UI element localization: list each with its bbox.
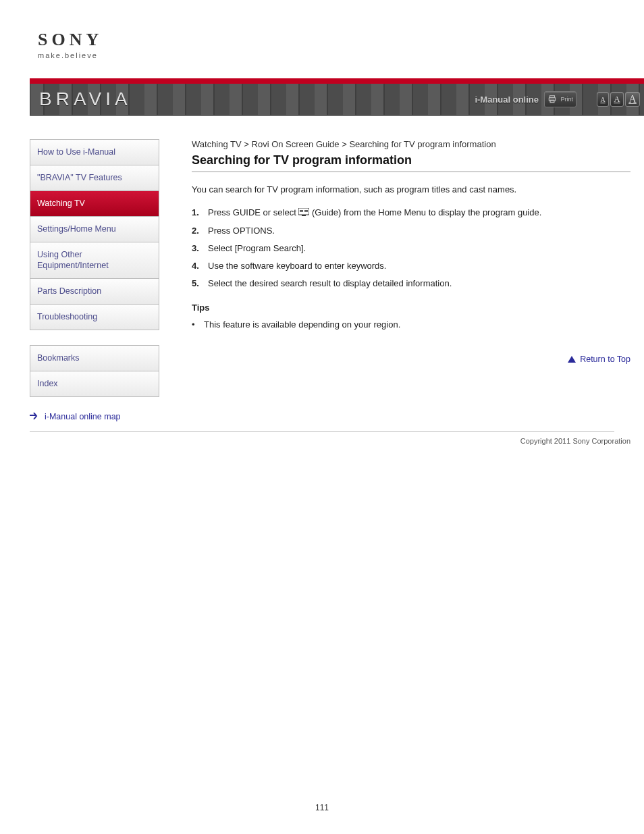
nav-item-other-equipment[interactable]: Using Other Equipment/Internet bbox=[30, 242, 159, 279]
print-icon bbox=[547, 95, 557, 104]
nav-item-parts[interactable]: Parts Description bbox=[30, 278, 159, 304]
tips-list: • This feature is available depending on… bbox=[192, 318, 630, 332]
nav-item-index[interactable]: Index bbox=[30, 371, 159, 396]
page-number: 111 bbox=[0, 803, 644, 812]
tip-1: • This feature is available depending on… bbox=[192, 318, 630, 332]
banner-accent-bar bbox=[30, 78, 644, 84]
content-area: Watching TV > Rovi On Screen Guide > Sea… bbox=[159, 139, 644, 421]
steps-list: 1. Press GUIDE or select (Guide) from th… bbox=[192, 206, 630, 290]
intro-paragraph: You can search for TV program informatio… bbox=[192, 183, 630, 197]
step-3: 3. Select [Program Search]. bbox=[192, 242, 630, 255]
print-label: Print bbox=[560, 96, 573, 103]
copyright: Copyright 2011 Sony Corporation bbox=[30, 437, 644, 445]
arrow-right-icon bbox=[30, 412, 39, 421]
svg-rect-8 bbox=[302, 215, 306, 216]
brand-word: SONY bbox=[38, 30, 644, 50]
bullet-icon: • bbox=[192, 318, 198, 332]
svg-rect-6 bbox=[304, 210, 308, 211]
svg-rect-2 bbox=[550, 100, 554, 103]
fontsize-medium-button[interactable]: A bbox=[610, 92, 624, 107]
page-title: Searching for TV program information bbox=[192, 153, 630, 172]
nav-list-main: How to Use i-Manual "BRAVIA" TV Features… bbox=[30, 139, 159, 330]
imanual-map-link[interactable]: i-Manual online map bbox=[30, 412, 159, 421]
tv-guide-icon bbox=[298, 207, 309, 220]
nav-item-watching-tv[interactable]: Watching TV bbox=[30, 190, 159, 216]
footer-divider bbox=[30, 431, 614, 432]
banner-body: BRAVIA i-Manual online Print A A A bbox=[30, 84, 644, 116]
svg-rect-5 bbox=[300, 211, 303, 212]
step-1: 1. Press GUIDE or select (Guide) from th… bbox=[192, 206, 630, 220]
svg-rect-7 bbox=[304, 211, 308, 212]
return-to-top-label: Return to Top bbox=[580, 355, 630, 364]
product-name: BRAVIA bbox=[39, 88, 132, 110]
nav-list-secondary: Bookmarks Index bbox=[30, 345, 159, 397]
nav-item-settings[interactable]: Settings/Home Menu bbox=[30, 216, 159, 242]
nav-item-how-to-use[interactable]: How to Use i-Manual bbox=[30, 140, 159, 165]
nav-item-features[interactable]: "BRAVIA" TV Features bbox=[30, 165, 159, 190]
guide-title: i-Manual online bbox=[475, 95, 539, 105]
header-logo: SONY make.believe bbox=[0, 0, 644, 59]
fontsize-controls: A A A bbox=[597, 92, 640, 107]
sidebar: How to Use i-Manual "BRAVIA" TV Features… bbox=[30, 139, 159, 421]
svg-rect-4 bbox=[300, 210, 303, 211]
step-4: 4. Use the software keyboard to enter ke… bbox=[192, 259, 630, 273]
arrow-up-icon bbox=[568, 356, 576, 363]
imanual-map-label: i-Manual online map bbox=[45, 412, 121, 421]
breadcrumb: Watching TV > Rovi On Screen Guide > Sea… bbox=[192, 139, 630, 149]
return-to-top-link[interactable]: Return to Top bbox=[192, 355, 630, 364]
banner: BRAVIA i-Manual online Print A A A bbox=[0, 78, 644, 116]
brand-tagline: make.believe bbox=[38, 51, 644, 59]
nav-item-troubleshooting[interactable]: Troubleshooting bbox=[30, 304, 159, 330]
fontsize-large-button[interactable]: A bbox=[625, 92, 640, 107]
step-2: 2. Press OPTIONS. bbox=[192, 224, 630, 238]
step-5: 5. Select the desired search result to d… bbox=[192, 277, 630, 290]
print-button[interactable]: Print bbox=[544, 91, 576, 107]
tips-heading: Tips bbox=[192, 303, 630, 313]
fontsize-small-button[interactable]: A bbox=[597, 92, 609, 107]
nav-item-bookmarks[interactable]: Bookmarks bbox=[30, 346, 159, 371]
